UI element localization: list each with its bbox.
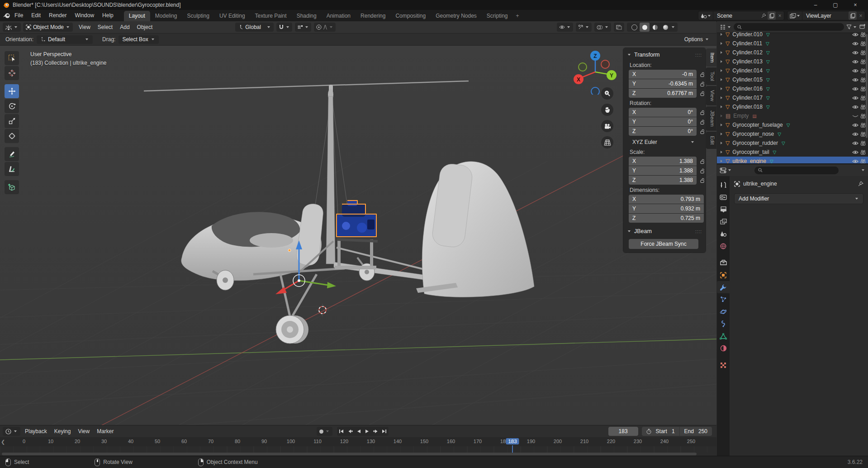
disclosure-triangle-icon[interactable]	[721, 60, 722, 63]
zoom-view-button[interactable]	[601, 87, 613, 100]
gyrocopter-model[interactable]	[144, 81, 534, 344]
object-name[interactable]: Cylinder.017	[732, 95, 763, 101]
outliner-row[interactable]: Empty	[717, 111, 868, 120]
number-field[interactable]: Y-0.6345 m	[629, 79, 697, 88]
maximize-button[interactable]: ▢	[825, 0, 845, 10]
number-field[interactable]: Y0.932 m	[629, 204, 704, 213]
unlock-icon[interactable]	[699, 129, 705, 134]
mast[interactable]	[326, 96, 335, 264]
disclosure-triangle-icon[interactable]	[721, 51, 722, 54]
proportional-editing-toggle[interactable]	[314, 23, 336, 32]
workspace-tab[interactable]: Rendering	[356, 11, 390, 21]
outliner-scrollbar[interactable]	[866, 34, 868, 138]
timeline-editor-type-button[interactable]	[3, 427, 20, 436]
properties-options-dropdown[interactable]	[862, 169, 864, 171]
object-name[interactable]: Gyrocopter_fuselage	[732, 122, 783, 128]
outliner-row[interactable]: Cylinder.017	[717, 93, 868, 102]
hide-in-viewport-icon[interactable]	[852, 150, 859, 155]
breadcrumb-object-name[interactable]: ultrike_engine	[743, 181, 777, 187]
transform-orientation-selector[interactable]: Global	[235, 23, 274, 32]
xray-toggle[interactable]	[614, 23, 624, 32]
minimize-button[interactable]: –	[806, 0, 825, 10]
tool-orientation-selector[interactable]: Default	[37, 35, 93, 44]
tab-particles[interactable]	[717, 293, 730, 306]
outliner-row[interactable]: Gyrocopter_nose	[717, 129, 868, 138]
sidebar-tab[interactable]: JBeam	[706, 106, 716, 131]
pan-view-button[interactable]	[601, 104, 613, 116]
options-dropdown[interactable]: Options	[684, 36, 711, 43]
outliner-row[interactable]: Cylinder.018	[717, 102, 868, 111]
number-field[interactable]: Y0°	[629, 117, 697, 126]
menu-item[interactable]: Edit	[27, 10, 45, 21]
disclosure-triangle-icon[interactable]	[721, 78, 722, 81]
outliner-row[interactable]: Gyrocopter_fuselage	[717, 120, 868, 129]
sidebar-tab[interactable]: Tool	[706, 67, 716, 85]
number-field[interactable]: X1.388	[629, 157, 697, 166]
selected-engine[interactable]	[337, 201, 376, 237]
unlink-scene-icon[interactable]: ×	[776, 13, 784, 19]
unlock-icon[interactable]	[699, 158, 705, 164]
overlays-toggle[interactable]	[594, 23, 611, 32]
viewport-menu-item[interactable]: Object	[133, 21, 157, 33]
workspace-tab[interactable]: Compositing	[390, 11, 431, 21]
tool-annotate[interactable]	[5, 147, 19, 161]
end-frame-field[interactable]: End250	[679, 427, 712, 436]
toggle-perspective-button[interactable]	[601, 136, 613, 148]
outliner-row[interactable]: Cylinder.012	[717, 48, 868, 57]
panel-grip-icon[interactable]: ::::	[695, 53, 702, 57]
object-name[interactable]: Gyrocopter_nose	[732, 131, 774, 137]
hide-in-viewport-icon[interactable]	[852, 68, 859, 73]
outliner-row[interactable]: ultrike_engine	[717, 157, 868, 163]
number-field[interactable]: X-0 m	[629, 70, 697, 79]
object-name[interactable]: Cylinder.011	[732, 40, 762, 47]
new-collection-button[interactable]	[859, 24, 865, 30]
outliner-row[interactable]: Cylinder.013	[717, 57, 868, 66]
tool-cursor[interactable]	[5, 66, 19, 80]
camera-view-button[interactable]	[601, 120, 613, 132]
workspace-tab[interactable]: UV Editing	[214, 11, 250, 21]
disable-in-render-icon[interactable]	[860, 150, 866, 155]
gizmo-axis-y-neg[interactable]	[579, 63, 587, 71]
hide-in-viewport-icon[interactable]	[852, 141, 859, 146]
outliner-row[interactable]: Cylinder.016	[717, 84, 868, 93]
next-keyframe-button[interactable]	[371, 427, 380, 436]
unlock-icon[interactable]	[699, 110, 705, 115]
tab-view-layer[interactable]	[717, 215, 730, 228]
gizmo-y-arrow[interactable]	[327, 282, 336, 288]
hide-in-viewport-icon[interactable]	[852, 159, 859, 164]
disclosure-triangle-icon[interactable]	[721, 124, 722, 126]
viewport-menu-item[interactable]: View	[75, 21, 94, 33]
object-visibility-dropdown[interactable]	[557, 23, 573, 32]
playhead-line[interactable]	[512, 445, 513, 453]
object-name[interactable]: Cylinder.016	[732, 86, 763, 92]
timeline-ruler[interactable]: 0102030405060708090100110120130140150160…	[0, 437, 716, 446]
tab-texture[interactable]	[717, 359, 730, 371]
prev-keyframe-button[interactable]	[346, 427, 354, 436]
shading-solid-button[interactable]	[640, 23, 650, 32]
number-field[interactable]: Z0°	[629, 127, 697, 136]
drag-mode-selector[interactable]: Select Box	[119, 35, 158, 44]
timeline-scrollbar[interactable]	[2, 453, 697, 455]
hide-in-viewport-icon[interactable]	[852, 114, 859, 119]
number-field[interactable]: X0.793 m	[629, 195, 704, 204]
disclosure-triangle-icon[interactable]	[721, 96, 722, 99]
disclosure-triangle-icon[interactable]	[721, 142, 722, 144]
workspace-tab[interactable]: Geometry Nodes	[431, 11, 482, 21]
playhead-current-frame[interactable]: 183	[506, 438, 519, 444]
number-field[interactable]: Z0.67767 m	[629, 89, 697, 98]
tab-object[interactable]	[717, 269, 730, 281]
tab-collection[interactable]	[717, 257, 730, 269]
disclosure-triangle-icon[interactable]	[721, 33, 722, 36]
tool-move[interactable]	[5, 84, 19, 98]
tab-world[interactable]	[717, 240, 730, 252]
tab-output[interactable]	[717, 203, 730, 215]
blender-menu-icon[interactable]	[3, 13, 10, 19]
timeline-track[interactable]	[0, 446, 716, 453]
snap-toggle[interactable]	[276, 23, 292, 32]
outliner-display-mode[interactable]	[720, 24, 731, 30]
tab-material[interactable]	[717, 342, 730, 354]
number-field[interactable]: X0°	[629, 108, 697, 117]
hide-in-viewport-icon[interactable]	[852, 86, 859, 91]
hide-in-viewport-icon[interactable]	[852, 32, 859, 37]
hide-in-viewport-icon[interactable]	[852, 59, 859, 64]
